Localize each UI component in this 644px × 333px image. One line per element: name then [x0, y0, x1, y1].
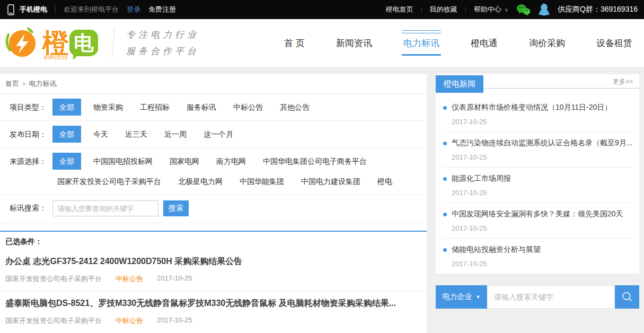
site-home-link[interactable]: 橙电首页 [386, 5, 413, 14]
filter-option[interactable]: 南方电网 [211, 153, 251, 170]
bullet-icon [443, 177, 447, 181]
site-logo[interactable]: 橙 电 electric [5, 27, 98, 59]
qq-icon[interactable] [539, 3, 550, 16]
breadcrumb: 首页 > 电力标讯 [0, 74, 427, 94]
filter-option[interactable]: 中国电力建设集团 [296, 173, 365, 190]
login-link[interactable]: 登录 [127, 5, 140, 14]
help-center-label: 帮助中心 [474, 5, 501, 14]
magnifier-icon [621, 291, 633, 303]
filter-option[interactable]: 近三天 [120, 126, 152, 143]
nav-item[interactable]: 橙电通 [471, 32, 498, 54]
nav-item[interactable]: 电力标讯 [403, 32, 439, 54]
news-date: 2017-10-25 [452, 260, 633, 268]
result-source: 国家开发投资公司电子采购平台 [5, 316, 102, 326]
filter-row: 来源选择：全部中国国电招投标网国家电网南方电网中国华电集团公司电子商务平台国家开… [0, 148, 427, 195]
news-more-link[interactable]: 更多>> [613, 77, 633, 86]
news-panel: 橙电新闻 更多>> 仪表原材料市场价格变动情况（10月11日-20日）2017-… [436, 74, 639, 274]
result-meta: 国家开发投资公司电子采购平台中标公告2017-10-25 [5, 316, 417, 326]
news-date: 2017-10-25 [452, 189, 633, 197]
nav-item[interactable]: 询价采购 [529, 32, 565, 54]
bullet-icon [443, 213, 447, 216]
caret-down-icon: ▼ [476, 294, 481, 300]
favorites-link[interactable]: 我的收藏 [430, 5, 457, 14]
right-sidebar: 橙电新闻 更多>> 仪表原材料市场价格变动情况（10月11日-20日）2017-… [436, 74, 639, 309]
filter-option[interactable]: 今天 [89, 126, 113, 143]
news-item[interactable]: 气态污染物连续自动监测系统认证合格名录（截至9月...2017-10-25 [443, 132, 633, 168]
nav-item[interactable]: 首 页 [284, 32, 305, 54]
nav-item[interactable]: 设备租赁 [596, 32, 632, 54]
company-category-dropdown[interactable]: 电力企业 ▼ [436, 285, 487, 309]
filter-label: 项目类型： [10, 99, 52, 116]
site-tagline: 专注电力行业 服务合作平台 [126, 27, 199, 59]
news-item[interactable]: 储能电站投融资分析与展望2017-10-25 [443, 239, 633, 274]
bullet-icon [443, 248, 447, 252]
filter-option[interactable]: 国家电网 [165, 153, 204, 170]
filter-option[interactable]: 全部 [52, 99, 81, 116]
nav-item[interactable]: 新闻资讯 [336, 32, 372, 54]
news-item[interactable]: 能源化工市场周报2017-10-25 [443, 168, 633, 203]
tab-news[interactable]: 橙电新闻 [436, 75, 483, 93]
divider [111, 28, 114, 58]
filter-options: 全部今天近三天近一周这一个月 [52, 126, 238, 143]
company-search-bar: 电力企业 ▼ [436, 285, 639, 309]
filter-label: 来源选择： [10, 153, 52, 170]
filter-option[interactable]: 北极星电力网 [173, 173, 227, 190]
news-title: 气态污染物连续自动监测系统认证合格名录（截至9月... [452, 138, 632, 148]
main-nav: 首 页新闻资讯电力标讯橙电通询价采购设备租赁 [284, 32, 639, 54]
filter-option[interactable]: 近一周 [160, 126, 191, 143]
bid-search-button[interactable]: 搜索 [163, 200, 189, 216]
result-date: 2017-10-25 [157, 316, 192, 326]
news-title-row: 仪表原材料市场价格变动情况（10月11日-20日） [443, 103, 633, 112]
result-meta: 国家开发投资公司电子采购平台中标公告2017-10-25 [5, 274, 417, 284]
result-title[interactable]: 办公桌 志光GF375-2412 2400W1200D750H 采购采购结果公告 [5, 256, 417, 267]
breadcrumb-current: 电力标讯 [29, 79, 56, 89]
result-title[interactable]: 盛泰斯电脑包DS-8521、罗技M330无线静音鼠标罗技M330无线静音鼠标 及… [5, 298, 417, 309]
main-content: 首页 > 电力标讯 项目类型：全部物资采购工程招标服务标讯中标公告其他公告发布日… [0, 67, 644, 333]
filter-option[interactable]: 橙电 [373, 173, 397, 190]
filter-option[interactable]: 中国国电招投标网 [89, 153, 157, 170]
news-item[interactable]: 中国发现网络安全漏洞有多快？美媒：领先美国20天2017-10-25 [443, 203, 633, 239]
supplier-qq-group: 供应商Q群：369169316 [558, 5, 638, 14]
filter-option[interactable]: 中国华电集团公司电子商务平台 [258, 153, 372, 170]
news-title-row: 储能电站投融资分析与展望 [443, 245, 633, 255]
news-title-row: 能源化工市场周报 [443, 174, 633, 183]
filter-option[interactable]: 这一个月 [199, 126, 238, 143]
filter-option[interactable]: 中标公告 [228, 99, 268, 116]
filter-option[interactable]: 物资采购 [89, 99, 128, 116]
bid-search-label: 标讯搜索： [10, 204, 52, 213]
company-search-button[interactable] [615, 285, 639, 309]
result-tag-badge: 中标公告 [116, 316, 143, 326]
news-title: 仪表原材料市场价格变动情况（10月11日-20日） [452, 103, 612, 112]
filter-option[interactable]: 国家开发投资公司电子采购平台 [52, 173, 166, 190]
logo-subtext: electric [44, 54, 68, 61]
register-link[interactable]: 免费注册 [148, 5, 176, 14]
logo-bubble: 电 [69, 30, 98, 56]
wechat-icon[interactable] [516, 4, 531, 16]
company-search-input[interactable] [487, 285, 615, 309]
filter-option[interactable]: 其他公告 [275, 99, 314, 116]
filter-option[interactable]: 服务标讯 [182, 99, 221, 116]
filter-option[interactable]: 全部 [52, 126, 81, 143]
welcome-text: 欢迎来到橙电平台 [64, 5, 119, 14]
result-item: 办公桌 志光GF375-2412 2400W1200D750H 采购采购结果公告… [0, 250, 427, 292]
news-date: 2017-10-25 [452, 118, 633, 126]
result-item: 盛泰斯电脑包DS-8521、罗技M330无线静音鼠标罗技M330无线静音鼠标 及… [0, 292, 427, 333]
filter-option[interactable]: 工程招标 [135, 99, 174, 116]
filter-label: 发布日期： [10, 126, 52, 143]
divider [55, 6, 56, 13]
filter-option[interactable]: 全部 [52, 153, 81, 170]
news-title: 储能电站投融资分析与展望 [452, 245, 541, 255]
result-date: 2017-10-25 [157, 274, 192, 284]
filter-row: 发布日期：全部今天近三天近一周这一个月 [0, 121, 427, 148]
news-item[interactable]: 仪表原材料市场价格变动情况（10月11日-20日）2017-10-25 [443, 97, 633, 132]
help-center-link[interactable]: 帮助中心 ∨ [474, 5, 508, 14]
logo-text-cheng: 橙 [42, 30, 68, 56]
filter-options: 全部中国国电招投标网国家电网南方电网中国华电集团公司电子商务平台国家开发投资公司… [52, 153, 413, 190]
bullet-icon [443, 106, 447, 110]
breadcrumb-home-link[interactable]: 首页 [5, 79, 19, 89]
mobile-site-link[interactable]: 手机橙电 [20, 5, 47, 14]
result-tag-badge: 中标公告 [116, 274, 143, 284]
bid-search-input[interactable] [52, 200, 158, 216]
chevron-down-icon: ∨ [505, 7, 508, 13]
filter-option[interactable]: 中国华能集团 [235, 173, 289, 190]
